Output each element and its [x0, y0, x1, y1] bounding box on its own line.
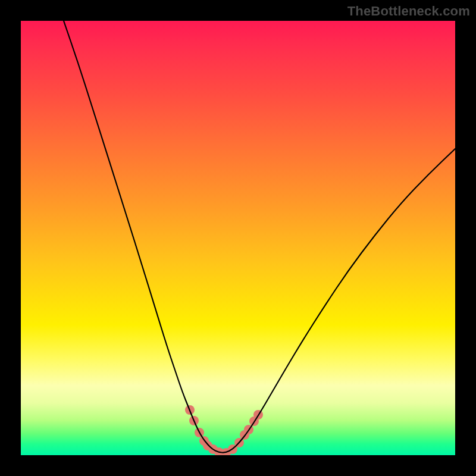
chart-frame: TheBottleneck.com	[0, 0, 476, 476]
highlight-dots-group	[185, 405, 263, 455]
watermark-text: TheBottleneck.com	[347, 4, 470, 19]
plot-area	[21, 21, 455, 455]
bottleneck-curve	[64, 21, 455, 453]
chart-svg	[21, 21, 455, 455]
